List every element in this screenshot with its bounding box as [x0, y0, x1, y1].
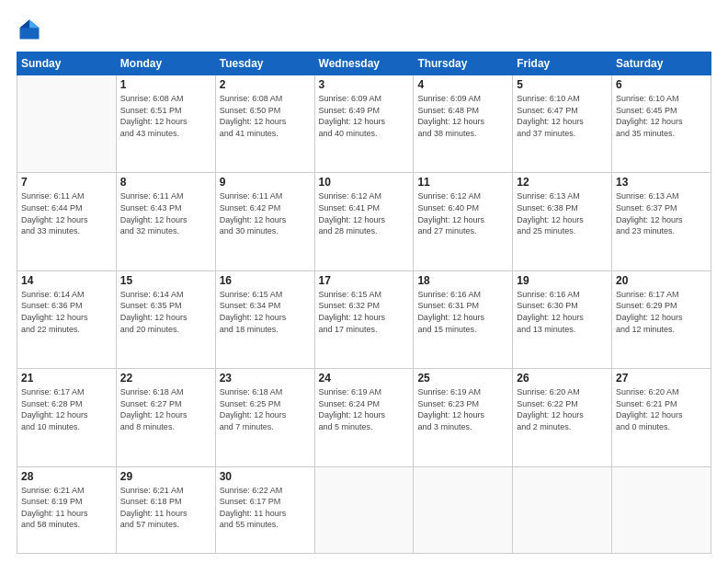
day-number: 11 — [417, 176, 508, 189]
day-info: Sunrise: 6:18 AM Sunset: 6:27 PM Dayligh… — [120, 386, 211, 432]
day-info: Sunrise: 6:11 AM Sunset: 6:42 PM Dayligh… — [220, 190, 311, 236]
day-info: Sunrise: 6:22 AM Sunset: 6:17 PM Dayligh… — [220, 485, 311, 531]
header — [17, 17, 711, 42]
day-number: 7 — [21, 176, 112, 189]
day-number: 4 — [417, 78, 508, 91]
day-number: 12 — [517, 176, 608, 189]
day-number: 29 — [120, 470, 211, 483]
calendar-cell: 23Sunrise: 6:18 AM Sunset: 6:25 PM Dayli… — [215, 369, 314, 466]
day-info: Sunrise: 6:08 AM Sunset: 6:51 PM Dayligh… — [120, 93, 211, 139]
page: SundayMondayTuesdayWednesdayThursdayFrid… — [0, 0, 728, 563]
day-info: Sunrise: 6:12 AM Sunset: 6:40 PM Dayligh… — [417, 190, 508, 236]
calendar-cell: 24Sunrise: 6:19 AM Sunset: 6:24 PM Dayli… — [314, 369, 414, 466]
day-info: Sunrise: 6:20 AM Sunset: 6:21 PM Dayligh… — [616, 386, 707, 432]
svg-marker-1 — [29, 20, 40, 29]
day-number: 8 — [120, 176, 211, 189]
day-info: Sunrise: 6:13 AM Sunset: 6:37 PM Dayligh… — [616, 190, 707, 236]
weekday-header-saturday: Saturday — [612, 52, 711, 75]
day-number: 15 — [120, 274, 211, 287]
day-info: Sunrise: 6:09 AM Sunset: 6:49 PM Dayligh… — [319, 93, 410, 139]
day-number: 10 — [319, 176, 410, 189]
day-info: Sunrise: 6:12 AM Sunset: 6:41 PM Dayligh… — [319, 190, 410, 236]
day-number: 3 — [319, 78, 410, 91]
calendar-cell: 5Sunrise: 6:10 AM Sunset: 6:47 PM Daylig… — [513, 75, 612, 173]
day-info: Sunrise: 6:20 AM Sunset: 6:22 PM Dayligh… — [517, 386, 608, 432]
calendar-cell: 21Sunrise: 6:17 AM Sunset: 6:28 PM Dayli… — [17, 369, 117, 466]
week-row-2: 7Sunrise: 6:11 AM Sunset: 6:44 PM Daylig… — [17, 173, 711, 270]
day-number: 16 — [220, 274, 311, 287]
day-number: 27 — [616, 372, 707, 385]
day-info: Sunrise: 6:16 AM Sunset: 6:31 PM Dayligh… — [417, 289, 508, 335]
weekday-header-wednesday: Wednesday — [314, 52, 414, 75]
calendar-cell: 19Sunrise: 6:16 AM Sunset: 6:30 PM Dayli… — [513, 270, 612, 368]
calendar-cell: 4Sunrise: 6:09 AM Sunset: 6:48 PM Daylig… — [414, 75, 513, 173]
day-number: 14 — [21, 274, 112, 287]
calendar-table: SundayMondayTuesdayWednesdayThursdayFrid… — [17, 52, 711, 554]
day-number: 28 — [21, 470, 112, 483]
calendar-cell: 11Sunrise: 6:12 AM Sunset: 6:40 PM Dayli… — [414, 173, 513, 270]
week-row-1: 1Sunrise: 6:08 AM Sunset: 6:51 PM Daylig… — [17, 75, 711, 173]
calendar-cell: 9Sunrise: 6:11 AM Sunset: 6:42 PM Daylig… — [215, 173, 314, 270]
logo — [17, 17, 46, 42]
day-info: Sunrise: 6:17 AM Sunset: 6:28 PM Dayligh… — [21, 386, 112, 432]
weekday-header-row: SundayMondayTuesdayWednesdayThursdayFrid… — [17, 52, 711, 75]
calendar-cell: 29Sunrise: 6:21 AM Sunset: 6:18 PM Dayli… — [116, 466, 215, 553]
day-info: Sunrise: 6:11 AM Sunset: 6:43 PM Dayligh… — [120, 190, 211, 236]
day-number: 30 — [220, 470, 311, 483]
calendar-cell: 25Sunrise: 6:19 AM Sunset: 6:23 PM Dayli… — [414, 369, 513, 466]
calendar-cell: 17Sunrise: 6:15 AM Sunset: 6:32 PM Dayli… — [314, 270, 414, 368]
day-number: 19 — [517, 274, 608, 287]
week-row-4: 21Sunrise: 6:17 AM Sunset: 6:28 PM Dayli… — [17, 369, 711, 466]
day-number: 18 — [417, 274, 508, 287]
calendar-cell: 20Sunrise: 6:17 AM Sunset: 6:29 PM Dayli… — [612, 270, 711, 368]
calendar-cell — [612, 466, 711, 553]
day-number: 24 — [319, 372, 410, 385]
day-number: 5 — [517, 78, 608, 91]
day-info: Sunrise: 6:19 AM Sunset: 6:24 PM Dayligh… — [319, 386, 410, 432]
calendar-cell: 2Sunrise: 6:08 AM Sunset: 6:50 PM Daylig… — [215, 75, 314, 173]
calendar-cell: 26Sunrise: 6:20 AM Sunset: 6:22 PM Dayli… — [513, 369, 612, 466]
calendar-cell — [17, 75, 117, 173]
week-row-3: 14Sunrise: 6:14 AM Sunset: 6:36 PM Dayli… — [17, 270, 711, 368]
day-info: Sunrise: 6:16 AM Sunset: 6:30 PM Dayligh… — [517, 289, 608, 335]
calendar-cell: 13Sunrise: 6:13 AM Sunset: 6:37 PM Dayli… — [612, 173, 711, 270]
calendar-cell: 27Sunrise: 6:20 AM Sunset: 6:21 PM Dayli… — [612, 369, 711, 466]
day-number: 21 — [21, 372, 112, 385]
day-info: Sunrise: 6:10 AM Sunset: 6:45 PM Dayligh… — [616, 93, 707, 139]
calendar-cell: 30Sunrise: 6:22 AM Sunset: 6:17 PM Dayli… — [215, 466, 314, 553]
calendar-cell: 6Sunrise: 6:10 AM Sunset: 6:45 PM Daylig… — [612, 75, 711, 173]
day-number: 26 — [517, 372, 608, 385]
day-number: 22 — [120, 372, 211, 385]
day-number: 13 — [616, 176, 707, 189]
calendar-cell: 12Sunrise: 6:13 AM Sunset: 6:38 PM Dayli… — [513, 173, 612, 270]
calendar-cell — [414, 466, 513, 553]
day-number: 23 — [220, 372, 311, 385]
day-number: 25 — [417, 372, 508, 385]
calendar-cell: 1Sunrise: 6:08 AM Sunset: 6:51 PM Daylig… — [116, 75, 215, 173]
weekday-header-sunday: Sunday — [17, 52, 117, 75]
day-number: 2 — [220, 78, 311, 91]
day-number: 17 — [319, 274, 410, 287]
calendar-cell: 14Sunrise: 6:14 AM Sunset: 6:36 PM Dayli… — [17, 270, 117, 368]
day-number: 9 — [220, 176, 311, 189]
calendar-cell: 3Sunrise: 6:09 AM Sunset: 6:49 PM Daylig… — [314, 75, 414, 173]
calendar-cell: 15Sunrise: 6:14 AM Sunset: 6:35 PM Dayli… — [116, 270, 215, 368]
weekday-header-tuesday: Tuesday — [215, 52, 314, 75]
day-info: Sunrise: 6:21 AM Sunset: 6:19 PM Dayligh… — [21, 485, 112, 531]
day-info: Sunrise: 6:15 AM Sunset: 6:34 PM Dayligh… — [220, 289, 311, 335]
day-info: Sunrise: 6:15 AM Sunset: 6:32 PM Dayligh… — [319, 289, 410, 335]
day-number: 1 — [120, 78, 211, 91]
day-info: Sunrise: 6:17 AM Sunset: 6:29 PM Dayligh… — [616, 289, 707, 335]
weekday-header-monday: Monday — [116, 52, 215, 75]
day-number: 20 — [616, 274, 707, 287]
calendar-cell: 16Sunrise: 6:15 AM Sunset: 6:34 PM Dayli… — [215, 270, 314, 368]
day-info: Sunrise: 6:18 AM Sunset: 6:25 PM Dayligh… — [220, 386, 311, 432]
weekday-header-friday: Friday — [513, 52, 612, 75]
day-info: Sunrise: 6:19 AM Sunset: 6:23 PM Dayligh… — [417, 386, 508, 432]
calendar-cell: 8Sunrise: 6:11 AM Sunset: 6:43 PM Daylig… — [116, 173, 215, 270]
day-info: Sunrise: 6:11 AM Sunset: 6:44 PM Dayligh… — [21, 190, 112, 236]
calendar-cell: 22Sunrise: 6:18 AM Sunset: 6:27 PM Dayli… — [116, 369, 215, 466]
day-info: Sunrise: 6:13 AM Sunset: 6:38 PM Dayligh… — [517, 190, 608, 236]
calendar-cell: 28Sunrise: 6:21 AM Sunset: 6:19 PM Dayli… — [17, 466, 117, 553]
calendar-cell — [314, 466, 414, 553]
